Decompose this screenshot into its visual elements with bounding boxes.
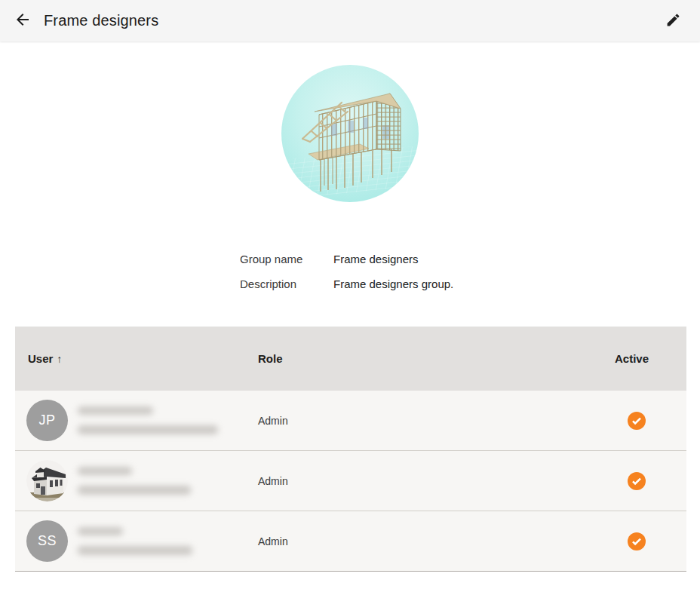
user-cell: JP — [15, 400, 258, 441]
user-cell: SS — [15, 520, 258, 562]
group-name-row: Group name Frame designers — [240, 253, 700, 264]
description-row: Description Frame designers group. — [240, 278, 700, 289]
group-avatar — [281, 65, 419, 202]
edit-button[interactable] — [659, 8, 686, 35]
arrow-left-icon — [14, 11, 32, 31]
active-cell — [615, 412, 686, 430]
active-check-icon — [628, 532, 646, 550]
house-avatar-image — [26, 460, 68, 501]
active-check-icon — [628, 412, 646, 430]
redacted-user-email — [78, 425, 218, 434]
active-cell — [615, 472, 686, 490]
redacted-user-info — [78, 527, 192, 555]
avatar: JP — [26, 400, 68, 441]
redacted-user-info — [78, 406, 218, 434]
column-header-role[interactable]: Role — [258, 352, 615, 365]
pencil-icon — [665, 12, 681, 30]
group-info: Group name Frame designers Description F… — [240, 253, 700, 289]
redacted-user-email — [78, 546, 192, 555]
members-table: User ↑ Role Active JP Admin — [15, 327, 686, 572]
redacted-user-name — [78, 527, 123, 535]
table-row[interactable]: Admin — [15, 451, 686, 511]
column-header-user[interactable]: User ↑ — [15, 352, 258, 365]
role-cell: Admin — [258, 535, 615, 547]
description-value: Frame designers group. — [333, 278, 453, 290]
sort-asc-icon: ↑ — [57, 353, 62, 365]
page-title: Frame designers — [44, 12, 158, 29]
redacted-user-email — [78, 486, 191, 495]
appbar: Frame designers — [0, 0, 700, 41]
timber-frame-house-image — [281, 65, 419, 202]
avatar: SS — [26, 520, 68, 562]
role-cell: Admin — [258, 475, 615, 487]
redacted-user-name — [78, 406, 153, 415]
group-name-value: Frame designers — [333, 253, 419, 265]
table-row[interactable]: SS Admin — [15, 511, 686, 572]
table-row[interactable]: JP Admin — [15, 391, 686, 451]
active-check-icon — [628, 472, 646, 490]
group-name-label: Group name — [240, 253, 333, 265]
table-header: User ↑ Role Active — [15, 327, 686, 391]
description-label: Description — [240, 278, 333, 290]
role-cell: Admin — [258, 415, 615, 427]
redacted-user-name — [78, 467, 132, 475]
user-cell — [15, 460, 258, 501]
active-cell — [615, 532, 686, 550]
column-header-active[interactable]: Active — [615, 352, 686, 365]
redacted-user-info — [78, 467, 191, 495]
back-button[interactable] — [9, 8, 36, 35]
